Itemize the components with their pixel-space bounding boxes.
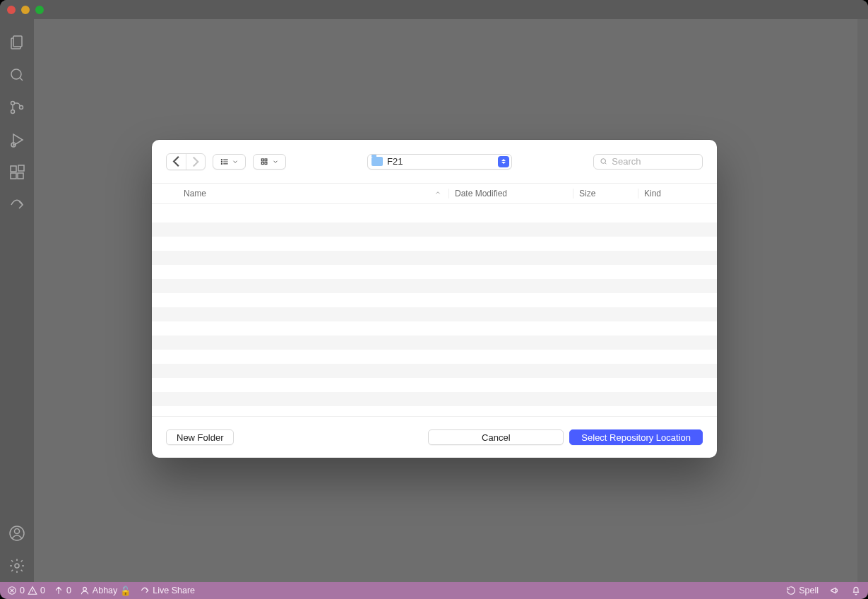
- status-ports[interactable]: 0: [54, 586, 71, 595]
- status-notifications[interactable]: [851, 586, 861, 595]
- dialog-toolbar: F21: [152, 140, 717, 184]
- svg-point-13: [221, 159, 222, 160]
- column-date[interactable]: Date Modified: [448, 189, 573, 198]
- status-bar: 0 0 0 Abhay 🔓 Live Share Spell: [0, 582, 868, 599]
- app-window: F21 Name Date Modified Size Kind: [0, 0, 868, 599]
- new-folder-button[interactable]: New Folder: [166, 429, 234, 445]
- folder-name: F21: [387, 156, 403, 167]
- column-name[interactable]: Name: [184, 189, 448, 198]
- svg-rect-17: [265, 158, 267, 160]
- warning-icon: [28, 586, 37, 595]
- status-spell[interactable]: Spell: [786, 586, 819, 595]
- file-dialog: F21 Name Date Modified Size Kind: [152, 140, 717, 458]
- error-icon: [7, 586, 17, 595]
- folder-icon: [371, 157, 383, 166]
- select-location-button[interactable]: Select Repository Location: [569, 429, 703, 445]
- back-button[interactable]: [167, 154, 186, 170]
- svg-point-20: [601, 159, 606, 164]
- dialog-footer: New Folder Cancel Select Repository Loca…: [152, 416, 717, 458]
- status-liveshare[interactable]: Live Share: [140, 586, 195, 595]
- sort-ascending-icon: [434, 189, 441, 198]
- group-button[interactable]: [253, 154, 286, 170]
- nav-segmented: [166, 153, 206, 170]
- column-kind[interactable]: Kind: [638, 189, 717, 198]
- svg-rect-16: [261, 158, 263, 160]
- folder-picker[interactable]: F21: [367, 154, 512, 170]
- cancel-button[interactable]: Cancel: [428, 429, 564, 445]
- svg-point-15: [221, 163, 222, 164]
- svg-rect-18: [261, 162, 263, 164]
- liveshare-icon: [140, 586, 150, 595]
- svg-rect-19: [265, 162, 267, 164]
- person-icon: [80, 586, 90, 595]
- column-size[interactable]: Size: [573, 189, 638, 198]
- status-problems[interactable]: 0 0: [7, 586, 45, 595]
- megaphone-icon: [830, 586, 840, 595]
- updown-icon: [498, 156, 509, 167]
- forward-button[interactable]: [186, 154, 205, 170]
- view-list-button[interactable]: [213, 154, 246, 170]
- column-headers: Name Date Modified Size Kind: [152, 184, 717, 204]
- history-icon: [786, 586, 796, 595]
- magnifier-icon: [600, 157, 607, 166]
- svg-point-14: [221, 161, 222, 162]
- search-field[interactable]: [593, 154, 703, 170]
- status-user[interactable]: Abhay 🔓: [80, 586, 131, 596]
- antenna-icon: [54, 586, 64, 595]
- unlocked-icon: 🔓: [120, 586, 131, 596]
- svg-point-23: [83, 587, 87, 591]
- file-list[interactable]: [152, 204, 717, 416]
- search-input[interactable]: [612, 156, 696, 167]
- bell-icon: [851, 586, 861, 595]
- status-feedback[interactable]: [830, 586, 840, 595]
